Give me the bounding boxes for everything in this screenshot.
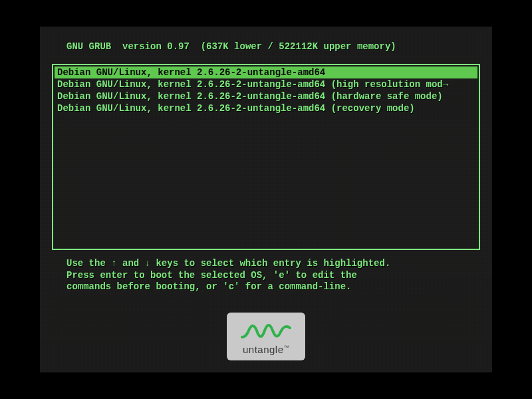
untangle-wave-icon: [239, 319, 293, 345]
boot-entry-0[interactable]: Debian GNU/Linux, kernel 2.6.26-2-untang…: [55, 66, 477, 78]
boot-entry-label: Debian GNU/Linux, kernel 2.6.26-2-untang…: [57, 67, 325, 78]
untangle-logo: untangle™: [227, 313, 305, 360]
grub-header: GNU GRUB version 0.97 (637K lower / 5221…: [40, 27, 492, 59]
boot-entry-label: Debian GNU/Linux, kernel 2.6.26-2-untang…: [57, 91, 443, 102]
hint-line-1: Use the ↑ and ↓ keys to select which ent…: [66, 258, 390, 269]
grub-memory: (637K lower / 522112K upper memory): [201, 41, 396, 52]
logo-trademark: ™: [284, 344, 290, 350]
hint-line-3: commands before booting, or 'c' for a co…: [66, 281, 351, 292]
hint-text: Use the ↑ and ↓ keys to select which ent…: [40, 250, 492, 293]
boot-entry-3[interactable]: Debian GNU/Linux, kernel 2.6.26-2-untang…: [55, 102, 477, 114]
hint-line-2: Press enter to boot the selected OS, 'e'…: [66, 270, 357, 281]
grub-version: version 0.97: [122, 41, 190, 52]
untangle-logo-text: untangle™: [243, 344, 289, 355]
boot-entry-label: Debian GNU/Linux, kernel 2.6.26-2-untang…: [57, 79, 448, 90]
boot-menu-box: Debian GNU/Linux, kernel 2.6.26-2-untang…: [52, 64, 480, 250]
boot-entry-label: Debian GNU/Linux, kernel 2.6.26-2-untang…: [57, 103, 415, 114]
grub-screen: GNU GRUB version 0.97 (637K lower / 5221…: [40, 27, 492, 372]
boot-menu[interactable]: Debian GNU/Linux, kernel 2.6.26-2-untang…: [55, 66, 477, 114]
boot-entry-1[interactable]: Debian GNU/Linux, kernel 2.6.26-2-untang…: [55, 78, 477, 90]
grub-title: GNU GRUB: [66, 41, 111, 52]
boot-entry-2[interactable]: Debian GNU/Linux, kernel 2.6.26-2-untang…: [55, 90, 477, 102]
logo-word: untangle: [243, 344, 284, 355]
